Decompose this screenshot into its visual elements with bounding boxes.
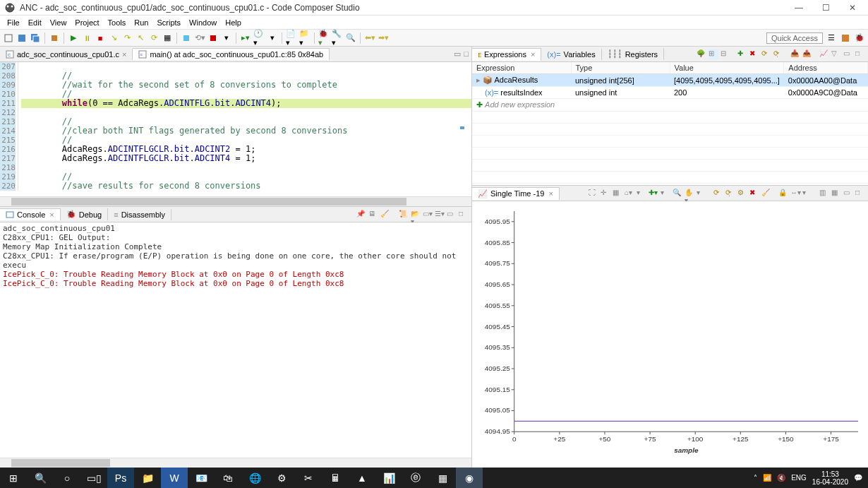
chart-refresh-icon[interactable]: ⟳	[713, 189, 723, 198]
tab-disassembly[interactable]: ≡ Disassembly	[108, 209, 171, 220]
chart-zoom-fit-icon[interactable]: ⛶	[589, 189, 598, 198]
app-ti-icon[interactable]: ▦	[429, 468, 456, 488]
tab-expressions[interactable]: ᴇ Expressions ×	[472, 48, 541, 61]
reset-icon[interactable]: ⟲▾	[194, 32, 205, 44]
chart-clear-icon[interactable]: 🧹	[761, 189, 771, 198]
chart-dd4-icon[interactable]: ▾	[802, 189, 812, 198]
app-calc-icon[interactable]: 🖩	[322, 468, 349, 488]
save-icon[interactable]	[16, 32, 28, 44]
back-icon[interactable]: ⬅▾	[364, 32, 375, 44]
minimize-view-icon[interactable]: ▭	[447, 210, 457, 220]
suspend-icon[interactable]: ⏸	[81, 32, 92, 44]
maximize-view-icon[interactable]: □	[855, 189, 865, 198]
maximize-button[interactable]: ☐	[817, 3, 834, 13]
minimize-view-icon[interactable]: ▭	[843, 49, 853, 59]
chart-dd-icon[interactable]: ▾	[637, 189, 646, 198]
tab-registers[interactable]: ┇┇┇ Registers	[602, 48, 664, 60]
expr-tree-icon[interactable]: 🌳	[697, 49, 706, 59]
table-row[interactable]: ▸ 📦 AdcaResultsunsigned int[256][4095,40…	[472, 74, 868, 87]
save-all-icon[interactable]	[30, 32, 41, 44]
ext-tools-icon[interactable]: 🔧▾	[332, 32, 343, 44]
expr-menu-icon[interactable]: ▽	[831, 49, 841, 59]
app-ccs-icon[interactable]: ◉	[456, 468, 483, 488]
expr-add-icon[interactable]: ✚	[737, 49, 747, 59]
console-scroll-icon[interactable]: 📜	[399, 210, 409, 220]
chart-canvas[interactable]: 4094.954095.054095.154095.254095.354095.…	[472, 201, 868, 468]
run-icon[interactable]: ▸▾	[240, 32, 251, 44]
col-value[interactable]: Value	[670, 62, 784, 74]
tray-chevron-icon[interactable]: ˄	[754, 474, 757, 482]
terminate-icon[interactable]: ■	[95, 32, 106, 44]
chart-scroll-icon[interactable]: ↔▾	[790, 189, 800, 198]
maximize-view-icon[interactable]: □	[459, 210, 469, 220]
new-proj-icon[interactable]: 📄▾	[286, 32, 297, 44]
console-hscroll[interactable]	[0, 458, 471, 468]
chart-zoom-icon[interactable]: 🔍	[673, 189, 682, 198]
menu-tools[interactable]: Tools	[104, 17, 131, 28]
drop-icon[interactable]: ▾	[267, 32, 278, 44]
grid-icon[interactable]: ▦	[162, 32, 173, 44]
chart-dd2-icon[interactable]: ▾	[661, 189, 670, 198]
tab-variables[interactable]: (x)= Variables	[541, 49, 601, 60]
tab-debug[interactable]: 🐞 Debug	[61, 208, 108, 220]
chart-sync-icon[interactable]: ⟳̣	[725, 189, 735, 198]
table-row[interactable]: (x)= resultsIndexunsigned int2000x0000A9…	[472, 87, 868, 99]
console-clear-icon[interactable]: 🧹	[380, 210, 390, 220]
tray-volume-icon[interactable]: 🔇	[777, 474, 785, 482]
core-icon[interactable]	[207, 32, 219, 44]
minimize-button[interactable]: —	[790, 3, 807, 13]
console-dd2-icon[interactable]: ☰▾	[435, 210, 445, 220]
perspective-resource-icon[interactable]: ☰	[826, 32, 837, 44]
chart-dd3-icon[interactable]: ▾	[697, 189, 706, 198]
code-editor[interactable]: 2072082092102112122132142152162172182192…	[0, 62, 471, 196]
clock-icon[interactable]: 🕐▾	[253, 32, 265, 44]
tab-close-icon[interactable]: ×	[49, 210, 54, 219]
tray-wifi-icon[interactable]: 📶	[763, 474, 771, 482]
console-display-icon[interactable]: 🖥	[368, 210, 378, 220]
app-mgr-icon[interactable]: 📊	[375, 468, 402, 488]
chart-lock-icon[interactable]: 🔒	[778, 189, 788, 198]
tray-lang[interactable]: ENG	[791, 474, 807, 482]
step-into-icon[interactable]: ↘	[108, 32, 119, 44]
editor-tab-source[interactable]: c adc_soc_continuous_cpu01.c ×	[0, 49, 133, 60]
menu-help[interactable]: Help	[221, 17, 246, 28]
chart-center-icon[interactable]: ✛	[601, 189, 610, 198]
app-chrome-icon[interactable]: 🌐	[241, 468, 268, 488]
table-row[interactable]: ✚ Add new expression	[472, 99, 868, 112]
tab-console[interactable]: Console ×	[0, 208, 61, 220]
app-mail-icon[interactable]: 📧	[188, 468, 215, 488]
menu-file[interactable]: File	[3, 17, 24, 28]
menu-scripts[interactable]: Scripts	[152, 17, 185, 28]
chip-icon[interactable]: ▾	[221, 32, 232, 44]
expr-collapse-icon[interactable]: ⊟	[721, 49, 730, 59]
menu-run[interactable]: Run	[130, 17, 152, 28]
expr-graph-icon[interactable]: 📈	[819, 49, 829, 59]
resume-icon[interactable]: ▶	[68, 32, 79, 44]
chart-add-icon[interactable]: ✚▾	[649, 189, 658, 198]
col-type[interactable]: Type	[571, 62, 670, 74]
console-output[interactable]: adc_soc_continuous_cpu01 C28xx_CPU1: GEL…	[0, 222, 471, 468]
app-settings-icon[interactable]: ⚙	[268, 468, 295, 488]
expr-export-icon[interactable]: 📤	[802, 49, 812, 59]
col-address[interactable]: Address	[784, 62, 868, 74]
minimize-view-icon[interactable]: ▭	[843, 189, 853, 198]
chart-pan-icon[interactable]: ✋▾	[685, 189, 694, 198]
maximize-view-icon[interactable]: □	[464, 49, 469, 59]
menu-window[interactable]: Window	[185, 17, 221, 28]
tray-notifications-icon[interactable]: 💬	[854, 474, 862, 482]
app-store-icon[interactable]: 🛍	[215, 468, 241, 488]
start-button[interactable]: ⊞	[0, 468, 27, 488]
build-icon[interactable]	[49, 32, 60, 44]
app-word-icon[interactable]: W	[161, 468, 188, 488]
connect-icon[interactable]	[181, 32, 192, 44]
forward-icon[interactable]: ➡▾	[378, 32, 389, 44]
step-over-icon[interactable]: ↷	[121, 32, 133, 44]
chart-del-icon[interactable]: ✖	[749, 189, 759, 198]
tray-clock[interactable]: 11:53 16-04-2020	[812, 470, 848, 486]
expr-auto-icon[interactable]: ⟳̣	[773, 49, 783, 59]
chart-grid-icon[interactable]: ▦	[613, 189, 622, 198]
cortana-icon[interactable]: ○	[54, 468, 80, 488]
tab-close-icon[interactable]: ×	[122, 50, 126, 59]
editor-hscroll[interactable]	[0, 196, 471, 206]
task-view-icon[interactable]: ▭▯	[80, 468, 107, 488]
